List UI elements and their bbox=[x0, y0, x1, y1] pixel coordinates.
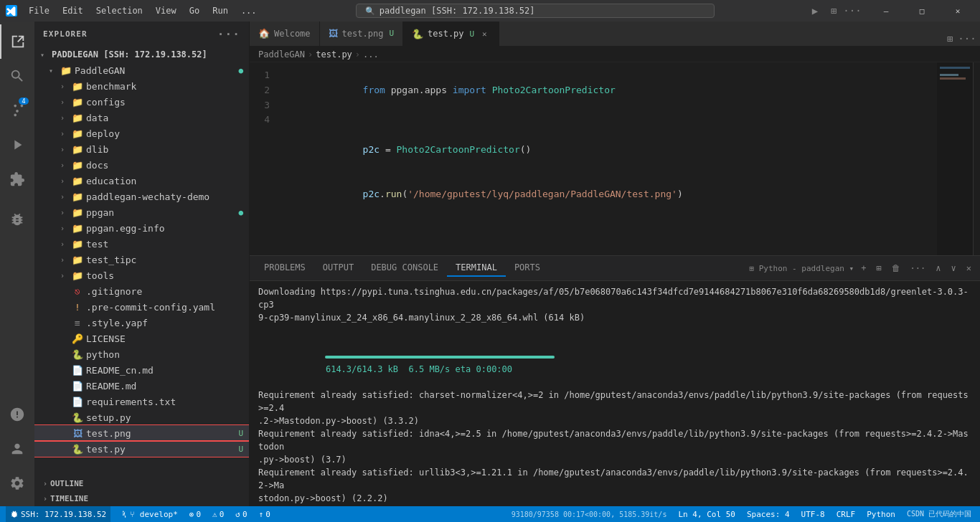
sidebar-item-style-yapf[interactable]: ≡ .style.yapf bbox=[34, 315, 249, 331]
run-icon[interactable]: ▶ bbox=[808, 4, 822, 18]
status-sync[interactable]: ↺ 0 bbox=[232, 510, 250, 519]
status-line-col[interactable]: Ln 4, Col 50 bbox=[675, 510, 738, 519]
test-png-tab-status: U bbox=[389, 29, 394, 38]
more-tab-actions[interactable]: ··· bbox=[960, 32, 974, 46]
code-editor[interactable]: 1 2 3 4 from ppgan.apps import Photo2Car… bbox=[250, 62, 937, 255]
maximize-button[interactable]: □ bbox=[905, 0, 938, 22]
activity-explorer[interactable] bbox=[0, 24, 34, 59]
tab-test-png[interactable]: 🖼 test.png U bbox=[320, 22, 403, 46]
code-area: 1 2 3 4 from ppgan.apps import Photo2Car… bbox=[250, 62, 980, 255]
terminal-line-progress: 614.3/614.3 kB 6.5 MB/s eta 0:00:00 bbox=[258, 324, 971, 389]
split-terminal-icon[interactable]: ⊞ bbox=[873, 262, 884, 275]
kill-terminal-icon[interactable]: 🗑 bbox=[889, 262, 903, 275]
sidebar-item-license[interactable]: 🔑 LICENSE bbox=[34, 331, 249, 346]
terminal-line-1: Downloading https://pypi.tuna.tsinghua.e… bbox=[258, 285, 971, 311]
sidebar-item-dlib[interactable]: › 📁 dlib bbox=[34, 141, 249, 157]
tab-terminal[interactable]: TERMINAL bbox=[447, 260, 506, 277]
split-editor-icon[interactable]: ⊞ bbox=[826, 4, 841, 18]
status-warnings[interactable]: ⚠ 0 bbox=[209, 510, 227, 519]
sidebar-item-test-png[interactable]: 🖼 test.png U bbox=[34, 425, 249, 441]
status-branch[interactable]: ⑂ develop* bbox=[116, 510, 181, 519]
sidebar-item-benchmark[interactable]: › 📁 benchmark bbox=[34, 78, 249, 94]
status-eol[interactable]: CRLF bbox=[834, 510, 859, 519]
status-ssh[interactable]: SSH: 172.19.138.52 bbox=[6, 506, 110, 522]
sidebar-item-education[interactable]: › 📁 education bbox=[34, 173, 249, 189]
tab-close-test-py[interactable]: ✕ bbox=[479, 28, 490, 39]
code-line-3: p2c = Photo2CartoonPredictor() bbox=[284, 128, 937, 172]
sidebar-item-readme[interactable]: 📄 README.md bbox=[34, 378, 249, 394]
sidebar-item-setup[interactable]: 🐍 setup.py bbox=[34, 409, 249, 425]
sidebar-item-precommit[interactable]: ! .pre-commit-config.yaml bbox=[34, 299, 249, 315]
terminal-content[interactable]: Downloading https://pypi.tuna.tsinghua.e… bbox=[250, 281, 980, 506]
sidebar-item-configs[interactable]: › 📁 configs bbox=[34, 94, 249, 110]
panel-maximize-icon[interactable]: ∧ bbox=[933, 262, 943, 275]
activity-source-control[interactable]: 4 bbox=[0, 93, 34, 128]
tab-ports[interactable]: PORTS bbox=[506, 260, 549, 277]
sidebar-item-ppgan[interactable]: › 📁 ppgan ● bbox=[34, 204, 249, 220]
sidebar-item-ppgan-egg[interactable]: › 📁 ppgan.egg-info bbox=[34, 220, 249, 236]
menu-run[interactable]: Run bbox=[207, 4, 234, 17]
sidebar-item-test[interactable]: › 📁 test bbox=[34, 236, 249, 252]
status-language[interactable]: Python bbox=[864, 510, 898, 519]
tab-welcome[interactable]: 🏠 Welcome bbox=[250, 22, 320, 46]
activity-remote[interactable] bbox=[0, 202, 34, 237]
minimize-button[interactable]: — bbox=[870, 0, 903, 22]
sidebar-header-menu[interactable]: ··· bbox=[217, 27, 240, 41]
activity-extensions[interactable] bbox=[0, 162, 34, 196]
menu-view[interactable]: View bbox=[150, 4, 182, 17]
status-encoding[interactable]: UTF-8 bbox=[798, 510, 828, 519]
outline-section[interactable]: › OUTLINE bbox=[34, 476, 249, 491]
tab-problems[interactable]: PROBLEMS bbox=[255, 260, 314, 277]
new-terminal-icon[interactable]: + bbox=[858, 262, 869, 275]
sidebar-item-requirements[interactable]: 📄 requirements.txt bbox=[34, 394, 249, 409]
status-spaces[interactable]: Spaces: 4 bbox=[744, 510, 793, 519]
status-push[interactable]: ↑ 0 bbox=[256, 510, 273, 519]
style-icon: ≡ bbox=[72, 317, 83, 328]
activity-settings[interactable] bbox=[0, 466, 34, 500]
activity-search[interactable] bbox=[0, 59, 34, 93]
tab-debug-console[interactable]: DEBUG CONSOLE bbox=[362, 260, 447, 277]
sidebar-item-test-tipc[interactable]: › 📁 test_tipc bbox=[34, 252, 249, 267]
breadcrumb-file[interactable]: test.py bbox=[316, 49, 352, 60]
menu-selection[interactable]: Selection bbox=[90, 4, 149, 17]
sidebar-item-paddlegan-wechaty[interactable]: › 📁 paddlegan-wechaty-demo bbox=[34, 189, 249, 204]
sidebar-item-readme-cn[interactable]: 📄 README_cn.md bbox=[34, 362, 249, 378]
sidebar-item-docs[interactable]: › 📁 docs bbox=[34, 157, 249, 173]
more-terminal-actions[interactable]: ··· bbox=[908, 262, 929, 275]
activity-run[interactable] bbox=[0, 128, 34, 162]
terminal-dropdown[interactable]: ▾ bbox=[849, 264, 854, 273]
timeline-section[interactable]: › TIMELINE bbox=[34, 491, 249, 506]
panel-minimize-icon[interactable]: ∨ bbox=[948, 262, 959, 275]
sidebar-item-tools[interactable]: › 📁 tools bbox=[34, 267, 249, 283]
tab-output[interactable]: OUTPUT bbox=[314, 260, 362, 277]
breadcrumb-dots[interactable]: ... bbox=[363, 49, 379, 60]
menu-go[interactable]: Go bbox=[184, 4, 205, 17]
titlebar-search[interactable]: 🔍 paddlegan [SSH: 172.19.138.52] bbox=[356, 4, 715, 18]
panel-close-icon[interactable]: ✕ bbox=[963, 262, 974, 275]
folder-configs-icon: 📁 bbox=[72, 96, 83, 108]
code-line-4: p2c.run('/home/gputest/lyq/paddlegan/Pad… bbox=[284, 173, 937, 217]
menu-file[interactable]: File bbox=[23, 4, 55, 17]
sidebar-item-gitignore[interactable]: ⎋ .gitignore bbox=[34, 283, 249, 299]
tab-test-py[interactable]: 🐍 test.py U ✕ bbox=[403, 22, 499, 46]
sidebar-item-python[interactable]: 🐍 python bbox=[34, 346, 249, 362]
breadcrumb-paddlegan[interactable]: PaddleGAN bbox=[258, 49, 305, 60]
close-button[interactable]: ✕ bbox=[941, 0, 974, 22]
sidebar-item-data[interactable]: › 📁 data bbox=[34, 110, 249, 125]
paddlegan-folder[interactable]: ▾ 📁 PaddleGAN ● bbox=[34, 62, 249, 78]
split-editor-action[interactable]: ⊞ bbox=[943, 32, 957, 46]
activity-problems[interactable] bbox=[0, 397, 34, 432]
activity-account[interactable] bbox=[0, 432, 34, 466]
menu-edit[interactable]: Edit bbox=[57, 4, 89, 17]
sidebar-item-test-py[interactable]: 🐍 test.py U bbox=[34, 441, 249, 457]
line-numbers: 1 2 3 4 bbox=[250, 68, 278, 250]
status-errors[interactable]: ⊗ 0 bbox=[187, 510, 204, 519]
sidebar-item-deploy[interactable]: › 📁 deploy bbox=[34, 125, 249, 141]
benchmark-name: benchmark bbox=[86, 81, 249, 92]
terminal-line-8: stodon.py->boost) (2.2.2) bbox=[258, 492, 971, 505]
menu-more[interactable]: ... bbox=[235, 4, 263, 17]
more-actions-icon[interactable]: ··· bbox=[845, 4, 859, 18]
folder-ppgan-egg-icon: 📁 bbox=[72, 222, 83, 234]
code-content[interactable]: from ppgan.apps import Photo2CartoonPred… bbox=[278, 68, 937, 250]
workspace-root[interactable]: ▾ PADDLEGAN [SSH: 172.19.138.52] bbox=[34, 47, 249, 62]
